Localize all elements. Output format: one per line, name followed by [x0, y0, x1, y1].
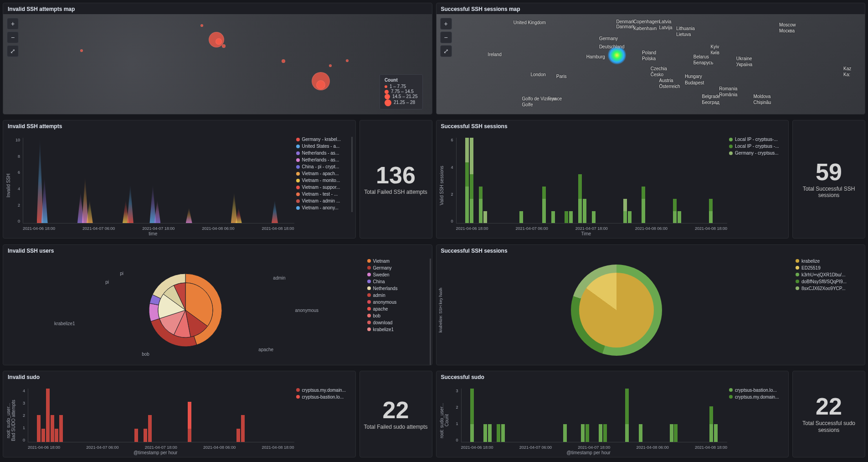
- legend-item[interactable]: China - pi - crypt...: [296, 164, 349, 169]
- area-spike[interactable]: [154, 200, 160, 223]
- bar[interactable]: [581, 424, 585, 442]
- bar[interactable]: [488, 424, 492, 442]
- legend-item[interactable]: doBfNsySf8/SQqPI9...: [796, 279, 864, 284]
- bar[interactable]: [551, 211, 555, 223]
- bar[interactable]: [519, 211, 523, 223]
- bar[interactable]: [673, 199, 677, 223]
- legend-item[interactable]: Germany - cryptsus...: [729, 151, 786, 156]
- bar[interactable]: [678, 211, 681, 223]
- bar[interactable]: [599, 424, 602, 442]
- world-map[interactable]: [3, 14, 432, 114]
- bar[interactable]: [603, 424, 607, 442]
- legend-item[interactable]: Netherlands: [367, 286, 428, 291]
- legend-item[interactable]: cryptsus.my.domain...: [729, 395, 786, 400]
- bar[interactable]: [625, 389, 629, 442]
- bar[interactable]: [479, 187, 483, 223]
- bar[interactable]: [586, 424, 589, 442]
- bar[interactable]: [628, 211, 632, 223]
- map-bubble[interactable]: [200, 24, 203, 27]
- bar[interactable]: [592, 211, 596, 223]
- map-bubble[interactable]: [80, 49, 83, 52]
- zoom-out-icon[interactable]: −: [440, 31, 452, 43]
- fit-bounds-icon[interactable]: ⤢: [440, 45, 452, 57]
- bar[interactable]: [565, 211, 568, 223]
- bar[interactable]: [37, 415, 41, 442]
- legend-item[interactable]: Local IP - cryptsus-...: [729, 137, 786, 142]
- legend-item[interactable]: Sweden: [367, 272, 428, 277]
- area-spike[interactable]: [272, 200, 278, 223]
- bar-chart[interactable]: [461, 389, 728, 442]
- legend-item[interactable]: ED25519: [796, 265, 864, 270]
- legend-item[interactable]: 8sxCJX62Xoo9YCP...: [796, 286, 864, 291]
- legend-item[interactable]: Netherlands - as...: [296, 157, 349, 162]
- legend-item[interactable]: United States - a...: [296, 144, 349, 149]
- bar[interactable]: [583, 199, 586, 223]
- legend-item[interactable]: Vietnam - apach...: [296, 171, 349, 176]
- legend-item[interactable]: Vietnam - monito...: [296, 178, 349, 183]
- legend-item[interactable]: download: [367, 320, 428, 325]
- donut-chart[interactable]: [571, 265, 662, 356]
- bar[interactable]: [51, 415, 54, 442]
- chart-legend[interactable]: Local IP - cryptsus-...Local IP - crypts…: [729, 137, 786, 157]
- legend-item[interactable]: cryptsus-bastion.lo...: [296, 395, 353, 400]
- legend-item[interactable]: k3rhU+vjQXR1Dbu/...: [796, 272, 864, 277]
- map-bubble[interactable]: [282, 59, 285, 63]
- chart-legend[interactable]: cryptsus.my.domain...cryptsus-bastion.lo…: [296, 388, 353, 401]
- bar[interactable]: [709, 199, 713, 223]
- map-bubble[interactable]: [316, 80, 325, 89]
- bar[interactable]: [144, 429, 147, 442]
- chart-legend[interactable]: Germany - krabel...United States - a...N…: [296, 137, 353, 212]
- bar[interactable]: [639, 424, 642, 442]
- bar[interactable]: [569, 211, 573, 223]
- zoom-out-icon[interactable]: −: [7, 31, 19, 43]
- bar[interactable]: [563, 424, 567, 442]
- fit-bounds-icon[interactable]: ⤢: [7, 45, 19, 57]
- map-bubble[interactable]: [222, 44, 226, 48]
- bar[interactable]: [674, 424, 678, 442]
- chart-legend[interactable]: VietnamGermanySwedenChinaNetherlandsadmi…: [367, 259, 431, 365]
- area-spike[interactable]: [82, 176, 88, 223]
- bar[interactable]: [714, 424, 718, 442]
- legend-item[interactable]: Germany: [367, 265, 428, 270]
- pie-chart[interactable]: [135, 265, 236, 356]
- zoom-in-icon[interactable]: +: [7, 18, 19, 30]
- legend-item[interactable]: apache: [367, 306, 428, 311]
- zoom-in-icon[interactable]: +: [440, 18, 452, 30]
- legend-item[interactable]: bob: [367, 313, 428, 318]
- area-spike[interactable]: [127, 184, 134, 223]
- legend-item[interactable]: krabelize: [796, 259, 864, 264]
- bar[interactable]: [236, 429, 240, 442]
- chart-legend[interactable]: cryptsus-bastion.lo...cryptsus.my.domain…: [729, 388, 786, 401]
- bar[interactable]: [642, 187, 645, 223]
- bar[interactable]: [542, 187, 546, 223]
- legend-item[interactable]: Netherlands - as...: [296, 151, 349, 156]
- bar[interactable]: [483, 424, 487, 442]
- bar[interactable]: [501, 424, 505, 442]
- bar[interactable]: [465, 138, 469, 223]
- legend-item[interactable]: cryptsus-bastion.lo...: [729, 388, 786, 393]
- legend-item[interactable]: Vietnam: [367, 259, 428, 264]
- bar[interactable]: [148, 415, 152, 442]
- legend-item[interactable]: Vietnam - test - ...: [296, 192, 349, 197]
- bar[interactable]: [55, 429, 58, 442]
- bar[interactable]: [59, 415, 63, 442]
- bar[interactable]: [470, 138, 473, 223]
- legend-item[interactable]: anonymous: [367, 300, 428, 305]
- legend-item[interactable]: China: [367, 279, 428, 284]
- area-spike[interactable]: [231, 192, 237, 223]
- legend-item[interactable]: Vietnam - admin ...: [296, 198, 349, 203]
- bar[interactable]: [497, 424, 500, 442]
- area-spike[interactable]: [186, 208, 192, 223]
- legend-item[interactable]: Local IP - cryptsus -...: [729, 144, 786, 149]
- bar[interactable]: [470, 389, 474, 442]
- bar[interactable]: [670, 424, 673, 442]
- bar[interactable]: [41, 429, 45, 442]
- legend-item[interactable]: Germany - krabel...: [296, 137, 349, 142]
- map-bubble[interactable]: [216, 38, 222, 45]
- map-bubble[interactable]: [329, 64, 332, 67]
- map-bubble[interactable]: [346, 59, 349, 62]
- legend-item[interactable]: Vietnam - suppor...: [296, 185, 349, 190]
- bar[interactable]: [46, 389, 50, 442]
- bar-chart[interactable]: [28, 389, 294, 442]
- bar[interactable]: [134, 429, 138, 442]
